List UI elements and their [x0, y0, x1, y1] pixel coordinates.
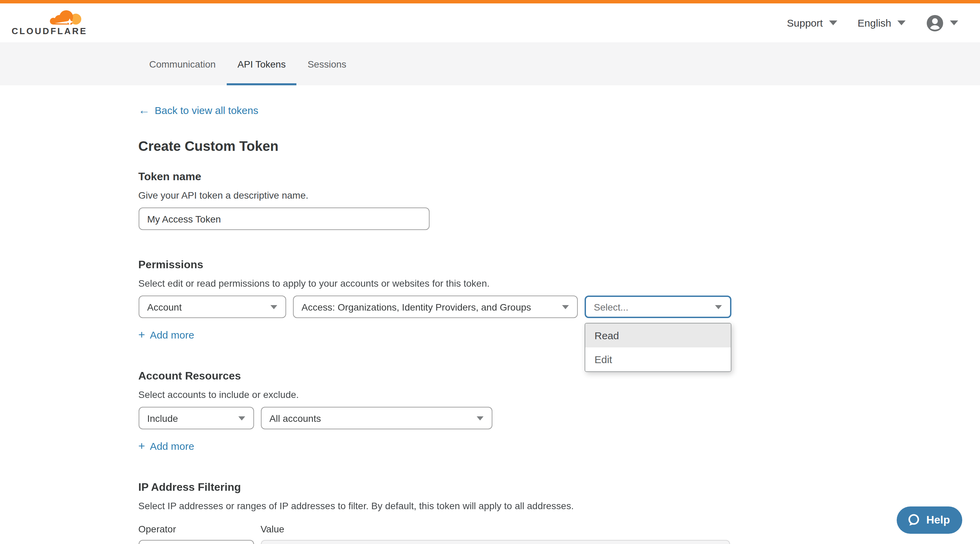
permission-level-menu: Read Edit — [584, 323, 731, 372]
token-name-description: Give your API token a descriptive name. — [138, 190, 842, 201]
plus-icon: + — [138, 440, 145, 452]
ip-value-input[interactable] — [261, 540, 730, 544]
token-name-heading: Token name — [138, 171, 842, 183]
chevron-down-icon — [897, 21, 905, 25]
account-resources-description: Select accounts to include or exclude. — [138, 389, 842, 400]
support-menu[interactable]: Support — [787, 17, 837, 29]
account-resources-add-more-button[interactable]: + Add more — [138, 440, 194, 452]
account-resources-heading: Account Resources — [138, 370, 842, 382]
help-button-label: Help — [926, 514, 950, 526]
resource-accounts-value: All accounts — [269, 412, 321, 423]
value-label: Value — [261, 523, 285, 534]
tab-api-tokens[interactable]: API Tokens — [227, 42, 297, 85]
tab-sessions[interactable]: Sessions — [297, 42, 358, 85]
chat-bubble-icon — [907, 513, 921, 527]
token-name-input[interactable] — [138, 208, 429, 230]
operator-label: Operator — [138, 523, 254, 534]
cloudflare-logo[interactable]: CLOUDFLARE — [12, 10, 84, 36]
permissions-description: Select edit or read permissions to apply… — [138, 278, 842, 289]
tab-bar: Communication API Tokens Sessions — [0, 42, 980, 85]
ip-filtering-description: Select IP addresses or ranges of IP addr… — [138, 500, 842, 511]
permission-group-value: Access: Organizations, Identity Provider… — [302, 301, 531, 312]
chevron-down-icon — [476, 416, 483, 420]
resource-accounts-select[interactable]: All accounts — [261, 407, 492, 429]
support-menu-label: Support — [787, 17, 823, 29]
chevron-down-icon — [270, 305, 277, 309]
permission-level-placeholder: Select... — [594, 301, 628, 312]
ip-filtering-heading: IP Address Filtering — [138, 481, 842, 493]
add-more-label: Add more — [150, 440, 194, 452]
account-menu[interactable] — [926, 14, 958, 32]
language-menu-label: English — [858, 17, 891, 29]
language-menu[interactable]: English — [858, 17, 905, 29]
cloudflare-cloud-icon — [46, 10, 83, 25]
user-avatar-icon — [926, 14, 944, 32]
chevron-down-icon — [829, 21, 837, 25]
back-arrow-icon: ← — [138, 105, 150, 116]
permission-level-select[interactable]: Select... — [584, 295, 731, 318]
resource-mode-value: Include — [147, 412, 178, 423]
back-link[interactable]: ← Back to view all tokens — [138, 105, 258, 116]
permission-scope-value: Account — [147, 301, 182, 312]
menu-option-read[interactable]: Read — [585, 324, 730, 347]
back-link-label: Back to view all tokens — [155, 105, 258, 116]
brand-accent-bar — [0, 0, 980, 3]
permissions-add-more-button[interactable]: + Add more — [138, 329, 194, 341]
permissions-heading: Permissions — [138, 259, 842, 271]
permission-group-select[interactable]: Access: Organizations, Identity Provider… — [293, 295, 578, 318]
help-button[interactable]: Help — [897, 506, 962, 534]
tab-communication[interactable]: Communication — [138, 42, 227, 85]
chevron-down-icon — [562, 305, 568, 309]
resource-mode-select[interactable]: Include — [138, 407, 254, 429]
chevron-down-icon — [238, 416, 245, 420]
cloudflare-wordmark: CLOUDFLARE — [12, 26, 84, 36]
page-title: Create Custom Token — [138, 138, 842, 154]
plus-icon: + — [138, 329, 145, 341]
permission-scope-select[interactable]: Account — [138, 295, 286, 318]
header: CLOUDFLARE Support English — [0, 3, 980, 42]
add-more-label: Add more — [150, 329, 194, 341]
chevron-down-icon — [950, 21, 958, 25]
menu-option-edit[interactable]: Edit — [585, 347, 730, 371]
ip-operator-select[interactable]: Select... — [138, 540, 254, 544]
chevron-down-icon — [715, 305, 722, 309]
